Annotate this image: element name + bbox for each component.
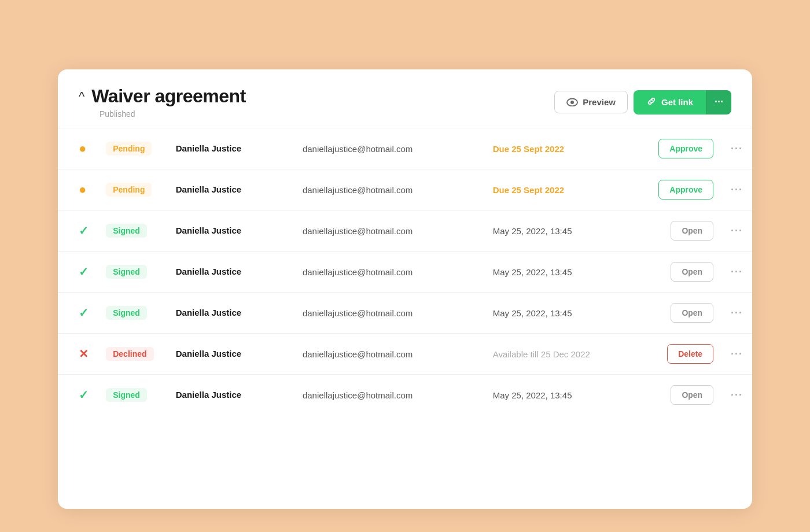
person-name: Daniella Justice	[176, 349, 241, 359]
approve-button[interactable]: Approve	[658, 139, 713, 158]
header-title-row: ^ Waiver agreement	[79, 86, 246, 107]
status-cell: Signed	[99, 210, 169, 252]
name-cell: Daniella Justice	[169, 375, 296, 416]
date-cell: Available till 25 Dec 2022	[486, 334, 638, 375]
status-badge: Declined	[106, 347, 153, 361]
check-icon: ✓	[79, 389, 89, 401]
dot-icon: ●	[79, 182, 86, 197]
date-value: Due 25 Sept 2022	[493, 144, 564, 154]
status-cell: Pending	[99, 169, 169, 210]
status-icon-cell: ✓	[58, 375, 99, 416]
date-cell: Due 25 Sept 2022	[486, 128, 638, 169]
row-more-cell: ···	[720, 334, 752, 375]
x-icon: ✕	[79, 348, 89, 360]
table-row: ✓ Signed Daniella Justice daniellajustic…	[58, 375, 752, 416]
name-cell: Daniella Justice	[169, 169, 296, 210]
name-cell: Daniella Justice	[169, 252, 296, 293]
preview-label: Preview	[583, 97, 616, 107]
waiver-table: ● Pending Daniella Justice daniellajusti…	[58, 128, 752, 415]
status-icon-cell: ✓	[58, 252, 99, 293]
status-icon-cell: ●	[58, 169, 99, 210]
date-value: Available till 25 Dec 2022	[493, 349, 590, 359]
open-button[interactable]: Open	[671, 385, 713, 405]
table-row: ✕ Declined Daniella Justice daniellajust…	[58, 334, 752, 375]
action-cell: Open	[638, 293, 720, 334]
open-button[interactable]: Open	[671, 262, 713, 282]
table-row: ✓ Signed Daniella Justice daniellajustic…	[58, 293, 752, 334]
row-more-cell: ···	[720, 210, 752, 252]
date-cell: May 25, 2022, 13:45	[486, 375, 638, 416]
email-cell: daniellajustice@hotmail.com	[296, 128, 486, 169]
header-left: ^ Waiver agreement Published	[79, 86, 246, 119]
person-name: Daniella Justice	[176, 308, 241, 317]
email-cell: daniellajustice@hotmail.com	[296, 169, 486, 210]
approve-button[interactable]: Approve	[658, 180, 713, 200]
status-badge: Signed	[106, 265, 147, 279]
status-badge: Signed	[106, 224, 147, 238]
row-more-button[interactable]: ···	[731, 266, 743, 278]
date-cell: May 25, 2022, 13:45	[486, 293, 638, 334]
preview-button[interactable]: Preview	[554, 91, 628, 113]
date-cell: May 25, 2022, 13:45	[486, 210, 638, 252]
email-cell: daniellajustice@hotmail.com	[296, 334, 486, 375]
row-more-button[interactable]: ···	[731, 225, 743, 237]
header-actions: Preview Get link ···	[554, 90, 731, 114]
action-cell: Approve	[638, 128, 720, 169]
status-cell: Signed	[99, 293, 169, 334]
name-cell: Daniella Justice	[169, 293, 296, 334]
row-more-button[interactable]: ···	[731, 389, 743, 401]
collapse-icon[interactable]: ^	[79, 89, 84, 104]
action-cell: Approve	[638, 169, 720, 210]
get-link-label: Get link	[661, 97, 693, 107]
open-button[interactable]: Open	[671, 303, 713, 323]
row-more-cell: ···	[720, 252, 752, 293]
row-more-button[interactable]: ···	[731, 184, 743, 196]
status-icon-cell: ●	[58, 128, 99, 169]
table-row: ✓ Signed Daniella Justice daniellajustic…	[58, 210, 752, 252]
date-value: Due 25 Sept 2022	[493, 185, 564, 195]
row-more-button[interactable]: ···	[731, 348, 743, 360]
status-badge: Signed	[106, 388, 147, 402]
svg-point-1	[570, 101, 574, 104]
status-icon-cell: ✓	[58, 293, 99, 334]
table-row: ● Pending Daniella Justice daniellajusti…	[58, 128, 752, 169]
check-icon: ✓	[79, 224, 89, 237]
name-cell: Daniella Justice	[169, 128, 296, 169]
eye-icon	[566, 98, 578, 106]
link-icon	[646, 96, 657, 109]
open-button[interactable]: Open	[671, 221, 713, 241]
page-title: Waiver agreement	[91, 86, 245, 107]
published-status: Published	[79, 109, 246, 119]
date-value: May 25, 2022, 13:45	[493, 308, 572, 318]
email-cell: daniellajustice@hotmail.com	[296, 252, 486, 293]
get-link-group: Get link ···	[634, 90, 731, 114]
status-icon-cell: ✓	[58, 210, 99, 252]
check-icon: ✓	[79, 265, 89, 278]
table-row: ✓ Signed Daniella Justice daniellajustic…	[58, 252, 752, 293]
action-cell: Open	[638, 252, 720, 293]
date-value: May 25, 2022, 13:45	[493, 267, 572, 277]
check-icon: ✓	[79, 306, 89, 319]
row-more-button[interactable]: ···	[731, 143, 743, 155]
date-value: May 25, 2022, 13:45	[493, 226, 572, 236]
name-cell: Daniella Justice	[169, 334, 296, 375]
delete-button[interactable]: Delete	[667, 344, 713, 364]
status-badge: Pending	[106, 142, 152, 156]
row-more-button[interactable]: ···	[731, 307, 743, 319]
main-card: ^ Waiver agreement Published Preview	[58, 69, 752, 509]
date-value: May 25, 2022, 13:45	[493, 390, 572, 400]
status-cell: Pending	[99, 128, 169, 169]
person-name: Daniella Justice	[176, 390, 241, 400]
name-cell: Daniella Justice	[169, 210, 296, 252]
status-cell: Signed	[99, 252, 169, 293]
status-badge: Signed	[106, 306, 147, 320]
row-more-cell: ···	[720, 375, 752, 416]
status-cell: Declined	[99, 334, 169, 375]
status-badge: Pending	[106, 183, 152, 197]
person-name: Daniella Justice	[176, 184, 241, 194]
action-cell: Delete	[638, 334, 720, 375]
row-more-cell: ···	[720, 169, 752, 210]
get-link-button[interactable]: Get link	[634, 90, 706, 114]
status-cell: Signed	[99, 375, 169, 416]
more-options-button[interactable]: ···	[706, 90, 731, 114]
